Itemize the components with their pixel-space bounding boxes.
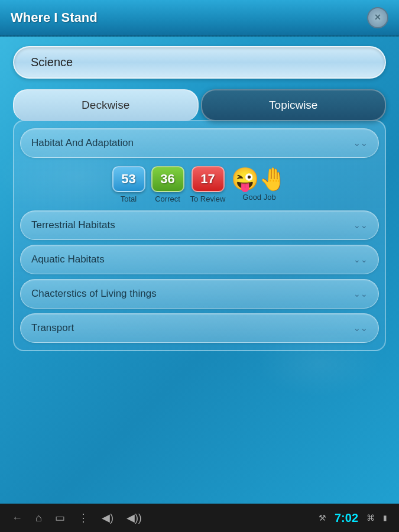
home-icon[interactable]: ⌂ — [35, 512, 42, 524]
app-header: Where I Stand × — [0, 0, 399, 37]
topic-row-aquatic-habitats[interactable]: Aquatic Habitats ⌄⌄ — [20, 245, 379, 274]
topic-name-habitat-adaptation: Habitat And Adaptation — [31, 137, 134, 149]
app-title: Where I Stand — [11, 10, 98, 25]
good-job-emoji: 😜🤚 — [231, 168, 287, 190]
topic-row-characteristics-living[interactable]: Chacterstics of Living things ⌄⌄ — [20, 279, 379, 309]
total-label: Total — [121, 194, 137, 203]
total-badge: 53 — [112, 166, 145, 192]
to-review-label: To Review — [190, 194, 226, 203]
clock-display: 7:02 — [335, 511, 358, 525]
subject-label: Science — [31, 56, 73, 69]
to-review-badge: 17 — [192, 166, 225, 192]
volume-up-icon[interactable]: ◀)) — [126, 511, 142, 524]
stat-correct: 36 Correct — [151, 166, 184, 203]
topic-row-habitat-adaptation[interactable]: Habitat And Adaptation ⌄⌄ — [20, 128, 379, 158]
wifi-icon: ⌘ — [366, 513, 375, 523]
topic-row-transport[interactable]: Transport ⌄⌄ — [20, 313, 379, 343]
correct-badge: 36 — [151, 166, 184, 192]
chevron-down-icon: ⌄⌄ — [353, 139, 368, 147]
correct-value: 36 — [160, 171, 174, 187]
good-job-label: Good Job — [242, 193, 275, 202]
stat-to-review: 17 To Review — [190, 166, 226, 203]
topic-row-terrestrial-habitats[interactable]: Terrestrial Habitats ⌄⌄ — [20, 210, 379, 240]
to-review-value: 17 — [200, 171, 215, 187]
tab-deckwise[interactable]: Deckwise — [13, 89, 199, 121]
correct-label: Correct — [155, 194, 180, 203]
stat-total: 53 Total — [112, 166, 145, 203]
tab-topicwise[interactable]: Topicwise — [201, 89, 387, 121]
nav-left-icons: ← ⌂ ▭ ⋮ ◀) ◀)) — [12, 511, 142, 524]
close-icon: × — [375, 11, 381, 24]
tab-row: Deckwise Topicwise — [13, 89, 386, 121]
nav-right-icons: ⚒ 7:02 ⌘ ▮ — [319, 511, 387, 525]
bottom-navigation: ← ⌂ ▭ ⋮ ◀) ◀)) ⚒ 7:02 ⌘ ▮ — [0, 504, 399, 532]
topic-name-aquatic-habitats: Aquatic Habitats — [31, 254, 105, 265]
total-value: 53 — [121, 171, 135, 187]
chevron-down-icon-characteristics: ⌄⌄ — [353, 290, 368, 298]
back-icon[interactable]: ← — [12, 512, 22, 524]
topic-name-transport: Transport — [31, 322, 74, 334]
stats-row: 53 Total 36 Correct 17 To Review 😜🤚 Good… — [20, 163, 379, 206]
main-content: Science Deckwise Topicwise Habitat And A… — [0, 37, 399, 504]
chevron-down-icon-transport: ⌄⌄ — [353, 324, 368, 332]
chevron-down-icon-aquatic: ⌄⌄ — [353, 255, 368, 264]
subject-selector[interactable]: Science — [13, 46, 386, 79]
chevron-down-icon-terrestrial: ⌄⌄ — [353, 221, 368, 229]
stat-good-job: 😜🤚 Good Job — [231, 168, 287, 202]
menu-dots-icon[interactable]: ⋮ — [78, 511, 89, 524]
battery-icon: ▮ — [383, 514, 387, 522]
volume-down-icon[interactable]: ◀) — [102, 511, 113, 524]
topic-name-characteristics-living: Chacterstics of Living things — [31, 288, 157, 300]
close-button[interactable]: × — [367, 7, 388, 28]
android-icon: ⚒ — [319, 513, 326, 523]
recents-icon[interactable]: ▭ — [55, 511, 65, 524]
topics-container: Habitat And Adaptation ⌄⌄ 53 Total 36 Co… — [13, 120, 386, 351]
topic-name-terrestrial-habitats: Terrestrial Habitats — [31, 219, 115, 231]
